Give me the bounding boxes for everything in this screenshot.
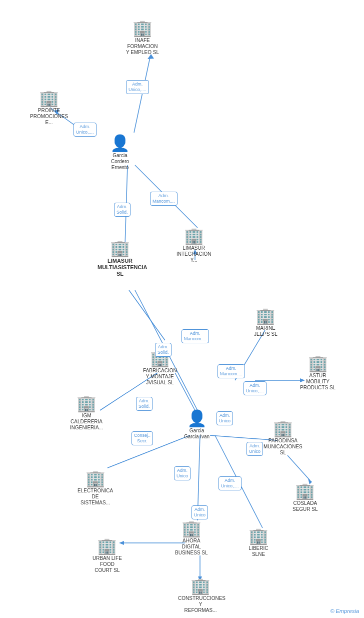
label-urban-life: URBAN LIFEFOODCOURT SL — [92, 555, 122, 573]
node-urban-life: 🏢 URBAN LIFEFOODCOURT SL — [92, 538, 122, 573]
building-icon-igm: 🏢 — [76, 395, 96, 411]
copyright-symbol: © Empresia — [330, 608, 359, 614]
badge-adm-mancom-fabricacion-top[interactable]: Adm.Mancom.... — [182, 329, 209, 343]
building-icon-construcciones: 🏢 — [190, 578, 210, 594]
building-icon-inafe: 🏢 — [132, 20, 152, 36]
svg-line-13 — [288, 455, 310, 480]
label-inafe: INAFEFORMACIONY EMPLEO SL — [126, 38, 159, 56]
label-electronica: ELECTRONICADESISTEMAS... — [78, 488, 113, 506]
node-astur-mobility: 🏢 ASTURMOBILITYPRODUCTS SL — [300, 355, 336, 391]
badge-adm-unico-inafe[interactable]: Adm.Unico,.... — [126, 80, 149, 94]
badge-adm-unico-prointe[interactable]: Adm.Unico,.... — [74, 123, 96, 137]
node-garcia-cordero: 👤 GarciaCorderoErnesto — [110, 135, 130, 171]
building-icon-limasur-integracion: 🏢 — [184, 228, 204, 244]
svg-line-4 — [129, 290, 165, 340]
node-construcciones: 🏢 CONSTRUCCIONESYREFORMAS... — [178, 578, 223, 613]
building-icon-urban-life: 🏢 — [97, 538, 117, 554]
badge-adm-unico-garcia-ivan[interactable]: Adm.Unico — [216, 411, 233, 425]
node-prointe: 🏢 PROINTEPROMOCIONESE... — [30, 90, 68, 126]
watermark: © Empresia — [330, 608, 359, 614]
label-prointe: PROINTEPROMOCIONESE... — [30, 108, 68, 126]
label-marine-jeeps: MARINEJEEPS SL — [254, 325, 278, 337]
building-icon-ahora-digital: 🏢 — [182, 520, 202, 536]
badge-adm-solid-limasur-multi[interactable]: Adm.Solid. — [114, 203, 130, 217]
badge-adm-unico-parodinsa[interactable]: Adm.Unico — [246, 442, 263, 456]
label-coslada: COSLADASEGUR SL — [292, 500, 318, 512]
label-astur-mobility: ASTURMOBILITYPRODUCTS SL — [300, 373, 336, 391]
building-icon-coslada: 🏢 — [295, 483, 315, 499]
node-ahora-digital: 🏢 AHORADIGITALBUSINESS SL — [175, 520, 208, 556]
label-garcia-ivan: GarciaGarcia Ivan — [184, 428, 210, 440]
svg-line-0 — [134, 58, 150, 133]
node-igm: 🏢 IGMCALDERERIAINGENIERIA... — [70, 395, 103, 431]
svg-line-7 — [175, 373, 195, 410]
building-icon-electronica: 🏢 — [86, 470, 106, 486]
building-icon-parodinsa: 🏢 — [273, 420, 293, 436]
node-garcia-ivan: 👤 GarciaGarcia Ivan — [184, 410, 210, 440]
badge-adm-mancom-marine[interactable]: Adm.Mancom.... — [218, 364, 245, 378]
label-parodinsa: PARODINSAMUNICACIONESSL — [264, 438, 302, 456]
badge-adm-unico-astur[interactable]: Adm.Unico,.... — [244, 381, 266, 395]
label-ahora-digital: AHORADIGITALBUSINESS SL — [175, 538, 208, 556]
building-icon-liberic: 🏢 — [248, 528, 268, 544]
building-icon-prointe: 🏢 — [39, 90, 59, 106]
badge-consej-secr-electronica[interactable]: Consej..Secr. — [132, 431, 153, 445]
person-icon-garcia-ivan: 👤 — [187, 410, 207, 426]
node-coslada: 🏢 COSLADASEGUR SL — [292, 483, 318, 512]
node-marine-jeeps: 🏢 MARINEJEEPS SL — [254, 308, 278, 337]
label-limasur-multi: LIMASURMULTIASISTENCIASL — [98, 258, 142, 278]
building-icon-astur-mobility: 🏢 — [308, 355, 328, 371]
node-limasur-multi: 🏢 LIMASURMULTIASISTENCIASL — [98, 240, 142, 278]
badge-adm-unico-ahora[interactable]: Adm.Unico — [174, 466, 190, 480]
badge-adm-solid-igm[interactable]: Adm.Solid. — [136, 397, 152, 411]
building-icon-marine-jeeps: 🏢 — [256, 308, 276, 324]
label-igm: IGMCALDERERIAINGENIERIA... — [70, 413, 103, 431]
label-limasur-integracion: LIMASURINTEGRACIONY... — [176, 245, 211, 263]
org-chart: 🏢 INAFEFORMACIONY EMPLEO SL 🏢 PROINTEPRO… — [0, 0, 364, 618]
node-parodinsa: 🏢 PARODINSAMUNICACIONESSL — [264, 420, 302, 456]
building-icon-limasur-multi: 🏢 — [110, 240, 130, 256]
node-electronica: 🏢 ELECTRONICADESISTEMAS... — [78, 470, 113, 506]
node-liberic: 🏢 LIBERICSLNE — [248, 528, 268, 557]
node-inafe: 🏢 INAFEFORMACIONY EMPLEO SL — [126, 20, 159, 56]
badge-adm-solid-fabricacion[interactable]: Adm.Solid. — [155, 343, 172, 357]
badge-adm-unico-construcciones[interactable]: Adm.Unico — [192, 505, 208, 519]
label-garcia-cordero: GarciaCorderoErnesto — [111, 153, 129, 171]
label-construcciones: CONSTRUCCIONESYREFORMAS... — [178, 595, 223, 613]
label-liberic: LIBERICSLNE — [249, 545, 268, 557]
node-limasur-integracion: 🏢 LIMASURINTEGRACIONY... — [176, 228, 211, 263]
badge-adm-mancom-limasur-integracion[interactable]: Adm.Mancom.... — [150, 192, 178, 206]
person-icon-garcia-cordero: 👤 — [110, 135, 130, 151]
badge-adm-unico-liberic[interactable]: Adm.Unico,.... — [218, 476, 242, 490]
label-fabricacion: FABRICACIONY MONTAJEJVISUAL SL — [143, 368, 177, 386]
